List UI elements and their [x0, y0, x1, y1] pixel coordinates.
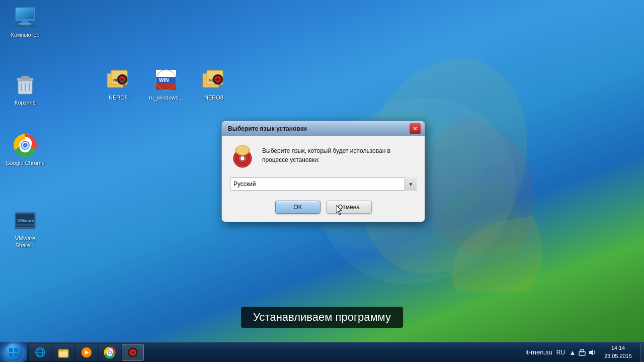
ruwindows-icon-label: ru_windows...: [149, 94, 183, 101]
svg-point-42: [240, 156, 245, 160]
taskbar-media-button[interactable]: [75, 344, 98, 361]
svg-rect-20: [156, 70, 176, 77]
tray-icons: ▲: [569, 348, 596, 356]
svg-rect-22: [156, 83, 176, 90]
ok-button[interactable]: ОК: [275, 201, 320, 214]
vmware-icon: VMware: [13, 209, 37, 233]
svg-text:NERO: NERO: [209, 78, 220, 82]
svg-marker-71: [589, 349, 593, 355]
svg-point-44: [236, 145, 249, 153]
dialog-body: Выберите язык, который будет использован…: [222, 136, 425, 222]
taskbar: it-men.su RU ▲ 14:14 23.05.2015: [0, 342, 644, 362]
dialog-title: Выберите язык установки: [228, 125, 307, 132]
tray-website: it-men.su: [525, 348, 552, 356]
ruwindows-icon: WIN: [154, 68, 178, 92]
svg-rect-39: [16, 224, 34, 226]
desktop-icon-computer[interactable]: Компьютер: [5, 5, 45, 38]
svg-rect-48: [14, 348, 18, 352]
taskbar-chrome-button[interactable]: [99, 344, 121, 361]
taskbar-ie-button[interactable]: [29, 344, 51, 361]
language-select[interactable]: Русский: [230, 177, 417, 191]
desktop-icon-ruwindows[interactable]: WIN ru_windows...: [146, 68, 186, 101]
show-desktop-button[interactable]: [640, 343, 644, 362]
dialog-buttons: ОК Отмена: [230, 201, 417, 214]
desktop: Компьютер Корзина NERO NERO8: [0, 0, 644, 362]
svg-rect-6: [22, 21, 28, 23]
dialog-message: Выберите язык, который будет использован…: [262, 144, 390, 164]
dialog-icon: [230, 144, 255, 169]
svg-rect-47: [9, 348, 13, 352]
svg-rect-5: [16, 8, 34, 19]
desktop-icon-nero1[interactable]: NERO NERO8: [98, 68, 138, 101]
taskbar-nero-button[interactable]: [122, 344, 144, 361]
svg-rect-7: [19, 23, 31, 25]
svg-rect-11: [21, 76, 29, 79]
start-button[interactable]: [0, 342, 27, 363]
language-select-wrapper: Русский ▼: [230, 177, 417, 191]
dialog-close-button[interactable]: ×: [410, 123, 421, 134]
tray-language: RU: [556, 349, 565, 356]
svg-text:NERO: NERO: [113, 78, 125, 82]
subtitle-text: Устанавливаем программу: [253, 311, 391, 323]
subtitle-bar: Устанавливаем программу: [241, 307, 403, 328]
svg-rect-49: [9, 353, 13, 357]
tray-arrow-up-icon[interactable]: ▲: [569, 348, 576, 356]
computer-icon: [13, 5, 37, 29]
desktop-icon-nero2[interactable]: NERO NERO8: [194, 68, 234, 101]
chrome-icon-label: Google Chrome: [6, 159, 45, 166]
svg-rect-58: [59, 351, 67, 356]
cancel-button[interactable]: Отмена: [327, 201, 372, 214]
dialog-dropdown-row: Русский ▼: [230, 177, 417, 191]
desktop-icon-vmware[interactable]: VMware VMware Share...: [5, 209, 45, 249]
nero1-icon: NERO: [106, 68, 130, 92]
chrome-icon: [13, 133, 37, 157]
nero2-icon: NERO: [202, 68, 226, 92]
nero2-icon-label: NERO8: [204, 94, 223, 101]
tray-volume-icon: [588, 348, 596, 356]
desktop-icon-recycle[interactable]: Корзина: [5, 73, 45, 106]
tray-time-value: 14:14: [604, 344, 632, 352]
tray-clock[interactable]: 14:14 23.05.2015: [600, 344, 636, 360]
tray-date-value: 23.05.2015: [604, 352, 632, 360]
dialog-titlebar: Выберите язык установки ×: [222, 121, 425, 136]
tray-network-icon: [578, 348, 586, 356]
dialog-top-section: Выберите язык, который будет использован…: [230, 144, 417, 169]
taskbar-explorer-button[interactable]: [52, 344, 74, 361]
vmware-icon-label: VMware Share...: [5, 235, 45, 249]
computer-icon-label: Компьютер: [11, 31, 40, 38]
svg-text:VMware: VMware: [17, 218, 34, 223]
start-orb: [5, 343, 23, 361]
svg-text:WIN: WIN: [159, 77, 169, 83]
install-language-dialog: Выберите язык установки ×: [221, 121, 425, 222]
svg-point-35: [23, 143, 28, 148]
recycle-icon-label: Корзина: [15, 99, 36, 106]
system-tray: it-men.su RU ▲ 14:14 23.05.2015: [521, 342, 640, 363]
recycle-icon: [13, 73, 37, 97]
desktop-icon-chrome[interactable]: Google Chrome: [5, 133, 45, 166]
nero1-icon-label: NERO8: [109, 94, 128, 101]
svg-point-67: [132, 351, 134, 353]
language-selected-value: Русский: [233, 180, 256, 188]
taskbar-items: [27, 344, 521, 361]
svg-point-64: [109, 351, 111, 353]
svg-rect-50: [14, 353, 18, 357]
svg-rect-8: [13, 25, 37, 28]
